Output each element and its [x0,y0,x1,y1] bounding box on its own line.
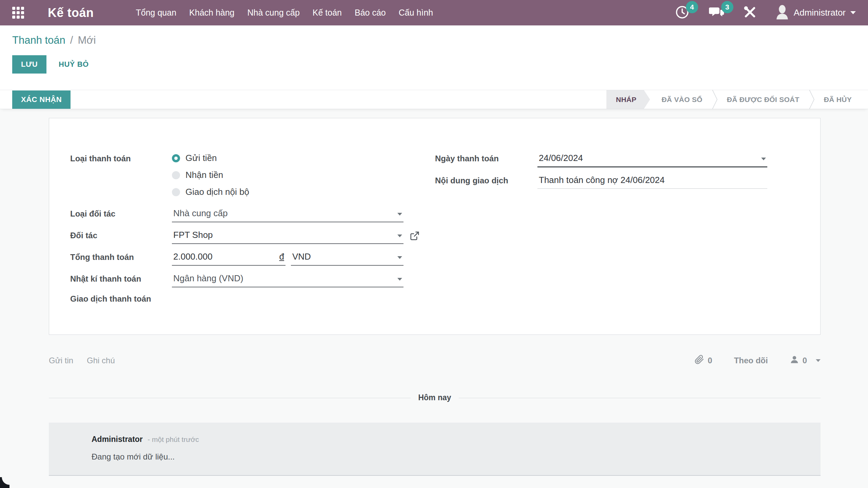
payment-type-radio-group: Gửi tiền Nhận tiền Giao dịch nội bộ [172,152,249,197]
stage-draft[interactable]: NHÁP [606,90,650,109]
activities-button[interactable]: 4 [675,5,689,21]
radio-receive-money[interactable]: Nhận tiền [172,170,249,180]
activity-count-badge: 4 [686,1,698,13]
partner-select[interactable]: FPT Shop [172,229,403,244]
stage-reconciled[interactable]: ĐÃ ĐƯỢC ĐỐI SOÁT [717,90,809,109]
avatar-icon [775,4,789,21]
chevron-down-icon [761,158,766,160]
menu-reports[interactable]: Báo cáo [348,0,392,25]
currency-symbol: đ [279,251,284,262]
user-menu[interactable]: Administrator [775,4,856,21]
menu-customers[interactable]: Khách hàng [183,0,241,25]
radio-send-money-label: Gửi tiền [185,153,217,163]
chatter: Gửi tin Ghi chú 0 Theo dõi [49,354,821,476]
payment-date-input[interactable]: 24/06/2024 [537,152,767,167]
save-button[interactable]: LƯU [12,55,46,74]
memo-input[interactable]: Thanh toán công nợ 24/06/2024 [537,174,767,189]
journal-field: Nhật kí thanh toán Ngân hàng (VND) [70,272,443,287]
radio-receive-money-label: Nhận tiền [185,170,223,180]
follower-count: 0 [803,356,807,365]
debug-tools-button[interactable] [743,5,757,21]
bottom-left-corner-artifact [0,477,9,488]
control-panel: Thanh toán / Mới LƯU HUỶ BỎ [0,25,868,90]
radio-internal-transfer-label: Giao dịch nội bộ [185,187,249,197]
chevron-down-icon [397,278,402,281]
amount-input[interactable]: 2.000.000 đ [172,251,285,266]
record-buttons: LƯU HUỶ BỎ [12,55,856,74]
payment-date-label: Ngày thanh toán [435,152,537,167]
menu-configuration[interactable]: Cấu hình [392,0,439,25]
message-count-badge: 3 [721,1,733,13]
journal-value: Ngân hàng (VND) [173,273,243,284]
discard-button[interactable]: HUỶ BỎ [59,60,89,69]
stage-cancelled[interactable]: ĐÃ HỦY [814,90,861,109]
form-left-column: Loại thanh toán Gửi tiền Nhận tiền Gi [70,152,443,310]
memo-value: Thanh toán công nợ 24/06/2024 [539,175,665,185]
radio-internal-transfer[interactable]: Giao dịch nội bộ [172,187,249,197]
amount-label: Tổng thanh toán [70,251,172,266]
menu-vendors[interactable]: Nhà cung cấp [241,0,306,25]
chevron-down-icon [397,213,402,216]
partner-field: Đối tác FPT Shop [70,229,443,244]
stage-posted[interactable]: ĐÃ VÀO SỔ [652,90,712,109]
followers-dropdown[interactable]: 0 [790,355,821,366]
journal-label: Nhật kí thanh toán [70,272,172,287]
top-navbar: Kế toán Tổng quan Khách hàng Nhà cung cấ… [0,0,868,25]
partner-type-label: Loại đối tác [70,207,172,222]
payment-date-value: 24/06/2024 [539,153,583,163]
menu-overview[interactable]: Tổng quan [130,0,183,25]
chatter-toolbar: Gửi tin Ghi chú 0 Theo dõi [49,354,821,367]
breadcrumb-current: Mới [78,34,96,46]
message-body: Đang tạo mới dữ liệu... [92,452,821,462]
payment-type-label: Loại thanh toán [70,152,172,197]
partner-value: FPT Shop [173,230,213,240]
statusbar: NHÁP ĐÃ VÀO SỔ ĐÃ ĐƯỢC ĐỐI SOÁT ĐÃ HỦY [606,90,861,109]
menu-accounting[interactable]: Kế toán [306,0,348,25]
partner-type-field: Loại đối tác Nhà cung cấp [70,207,443,222]
stage-separator-icon [809,90,814,109]
message-timestamp: - một phút trước [147,435,199,443]
journal-select[interactable]: Ngân hàng (VND) [172,272,403,287]
breadcrumb-parent[interactable]: Thanh toán [12,34,65,46]
radio-unchecked-icon [172,171,180,179]
amount-field: Tổng thanh toán 2.000.000 đ VND [70,251,443,266]
user-name: Administrator [794,7,846,18]
currency-select[interactable]: VND [291,251,403,266]
navbar-systray: 4 3 Administrator [675,4,856,21]
send-message-button[interactable]: Gửi tin [49,356,73,365]
partner-type-select[interactable]: Nhà cung cấp [172,207,403,222]
follow-button[interactable]: Theo dõi [734,356,768,365]
paperclip-icon [694,354,704,367]
log-note-button[interactable]: Ghi chú [87,356,115,365]
payment-transaction-field: Giao dịch thanh toán [70,294,443,304]
amount-value: 2.000.000 [173,251,213,262]
radio-send-money[interactable]: Gửi tiền [172,153,249,163]
confirm-button[interactable]: XÁC NHẬN [12,90,71,109]
memo-label: Nội dung giao dịch [435,174,537,189]
payment-date-field: Ngày thanh toán 24/06/2024 [435,152,822,167]
chatter-tools: 0 Theo dõi 0 [694,354,821,367]
breadcrumb-separator: / [70,34,73,46]
messages-button[interactable]: 3 [709,5,725,21]
app-name[interactable]: Kế toán [48,6,94,20]
odoo-window: Kế toán Tổng quan Khách hàng Nhà cung cấ… [0,0,868,488]
chatter-message[interactable]: Administrator - một phút trước Đang tạo … [49,423,821,476]
chevron-down-icon [816,359,821,362]
memo-field: Nội dung giao dịch Thanh toán công nợ 24… [435,174,822,189]
date-separator-label: Hôm nay [411,393,458,402]
payment-type-field: Loại thanh toán Gửi tiền Nhận tiền Gi [70,152,443,197]
external-link-icon[interactable] [410,231,420,242]
stage-separator-icon [712,90,717,109]
attachments-button[interactable]: 0 [694,354,712,367]
date-separator: Hôm nay [49,393,821,402]
main-menu: Tổng quan Khách hàng Nhà cung cấp Kế toá… [130,0,440,25]
chevron-down-icon [397,256,402,259]
radio-checked-icon [172,154,180,162]
partner-label: Đối tác [70,229,172,244]
apps-grid-icon[interactable] [12,7,24,19]
chevron-down-icon [397,235,402,237]
statusbar-row: XÁC NHẬN NHÁP ĐÃ VÀO SỔ ĐÃ ĐƯỢC ĐỐI SOÁT… [0,90,868,109]
form-right-column: Ngày thanh toán 24/06/2024 Nội dung giao… [435,152,822,196]
main-content: Loại thanh toán Gửi tiền Nhận tiền Gi [0,109,868,488]
breadcrumb: Thanh toán / Mới [12,34,856,46]
